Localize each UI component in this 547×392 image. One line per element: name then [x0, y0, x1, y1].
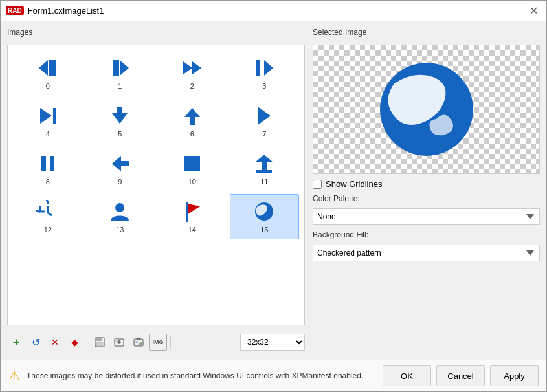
color-palette-select[interactable]: None Standard Web Custom [313, 208, 540, 225]
title-bar: RAD Form1.cxImageList1 ✕ [1, 1, 546, 21]
export-button[interactable] [129, 334, 148, 351]
image-item-11[interactable]: 11 [230, 146, 300, 191]
svg-marker-14 [184, 108, 200, 117]
size-select[interactable]: 32x32 16x16 24x24 48x48 64x64 [240, 334, 305, 351]
img-button[interactable]: IMG [149, 334, 167, 351]
icon-stop [181, 152, 204, 175]
image-item-10[interactable]: 10 [157, 146, 227, 191]
svg-marker-10 [40, 108, 52, 124]
rad-badge: RAD [6, 6, 24, 15]
svg-rect-4 [113, 60, 116, 76]
svg-marker-22 [255, 155, 273, 162]
svg-marker-38 [138, 341, 142, 345]
toolbar-separator-1 [87, 336, 87, 349]
color-palette-row: Color Palette: None Standard Web Custom [313, 194, 540, 225]
svg-line-26 [48, 213, 52, 215]
image-label-5: 5 [118, 130, 122, 138]
icon-arrow-down [108, 104, 131, 127]
show-gridlines-label: Show Gridlines [326, 179, 382, 189]
image-item-13[interactable]: 13 [85, 194, 155, 239]
image-item-12[interactable]: 12 [13, 194, 83, 239]
svg-marker-7 [192, 61, 201, 74]
image-item-15[interactable]: 15 [230, 194, 300, 239]
svg-rect-2 [52, 60, 56, 76]
image-label-11: 11 [260, 178, 268, 186]
title-bar-left: RAD Form1.cxImageList1 [6, 6, 104, 16]
image-item-9[interactable]: 9 [85, 146, 155, 191]
svg-rect-20 [121, 161, 129, 166]
warning-icon: ⚠ [8, 368, 20, 384]
export-icon [133, 337, 144, 347]
svg-rect-23 [262, 162, 267, 170]
preview-box [313, 45, 540, 174]
image-label-3: 3 [262, 82, 266, 90]
svg-rect-1 [49, 60, 52, 76]
image-item-3[interactable]: 3 [230, 50, 300, 96]
selected-image-label: Selected Image [313, 28, 540, 37]
footer: ⚠ These images may be distorted if used … [1, 360, 546, 391]
background-fill-select[interactable]: Checkered pattern White Black Transparen… [313, 245, 540, 261]
svg-rect-13 [117, 107, 122, 114]
svg-marker-12 [112, 113, 128, 124]
window-title: Form1.cxImageList1 [28, 6, 104, 16]
ok-button[interactable]: OK [383, 365, 431, 386]
image-item-6[interactable]: 6 [157, 98, 227, 144]
image-label-14: 14 [188, 226, 196, 234]
refresh-button[interactable]: ↺ [27, 334, 45, 351]
image-item-8[interactable]: 8 [13, 146, 83, 191]
selected-image-section: Selected Image Show Gridlines Color Pale… [313, 28, 540, 261]
icon-skip-forward [108, 56, 131, 80]
left-panel: Images 0 1 [7, 28, 305, 353]
image-label-15: 15 [260, 226, 268, 234]
image-item-2[interactable]: 2 [157, 50, 227, 96]
svg-marker-19 [112, 156, 121, 171]
svg-rect-9 [256, 60, 260, 76]
svg-rect-11 [53, 108, 56, 124]
icon-arrow-left [108, 152, 131, 175]
main-window: RAD Form1.cxImageList1 ✕ Images 0 [0, 0, 547, 392]
color-palette-label: Color Palette: [313, 194, 540, 203]
background-fill-row: Background Fill: Checkered pattern White… [313, 230, 540, 261]
icon-arrow-up-home [252, 152, 276, 175]
image-item-0[interactable]: 0 [13, 50, 83, 96]
image-item-1[interactable]: 1 [85, 50, 155, 96]
save-button[interactable] [91, 334, 109, 351]
apply-button[interactable]: Apply [490, 365, 539, 386]
warning-text: These images may be distorted if used in… [27, 371, 376, 382]
icon-skip-start [252, 56, 276, 80]
image-label-2: 2 [190, 82, 194, 90]
icon-flag [181, 200, 204, 223]
add-button[interactable]: + [7, 334, 25, 351]
images-grid: 0 1 2 3 [7, 45, 305, 325]
icon-pause [36, 152, 60, 175]
color-button[interactable]: ◆ [65, 334, 84, 351]
right-panel: Selected Image Show Gridlines Color Pale… [313, 28, 540, 353]
icon-arrow-up [181, 104, 204, 127]
svg-point-27 [115, 203, 124, 212]
svg-marker-6 [183, 61, 192, 74]
icon-play-next [36, 104, 60, 127]
svg-rect-28 [186, 202, 188, 222]
cancel-button[interactable]: Cancel [436, 365, 485, 386]
image-item-14[interactable]: 14 [157, 194, 227, 239]
show-gridlines-checkbox[interactable] [313, 180, 322, 189]
show-gridlines-row: Show Gridlines [313, 179, 540, 189]
close-button[interactable]: ✕ [526, 3, 541, 19]
image-toolbar: + ↺ ✕ ◆ [7, 331, 305, 353]
image-item-5[interactable]: 5 [85, 98, 155, 144]
delete-button[interactable]: ✕ [46, 334, 64, 351]
images-section-label: Images [7, 28, 305, 37]
save-icon [95, 337, 105, 347]
svg-marker-3 [120, 60, 129, 76]
icon-globe [252, 200, 276, 223]
svg-rect-31 [96, 338, 102, 341]
svg-rect-5 [116, 60, 119, 76]
import-button[interactable] [110, 334, 128, 351]
image-label-4: 4 [46, 130, 50, 138]
image-item-7[interactable]: 7 [230, 98, 300, 144]
image-label-8: 8 [46, 178, 50, 186]
icon-play [252, 104, 276, 127]
icon-user [108, 200, 131, 223]
svg-rect-24 [256, 170, 272, 173]
image-item-4[interactable]: 4 [13, 98, 83, 144]
